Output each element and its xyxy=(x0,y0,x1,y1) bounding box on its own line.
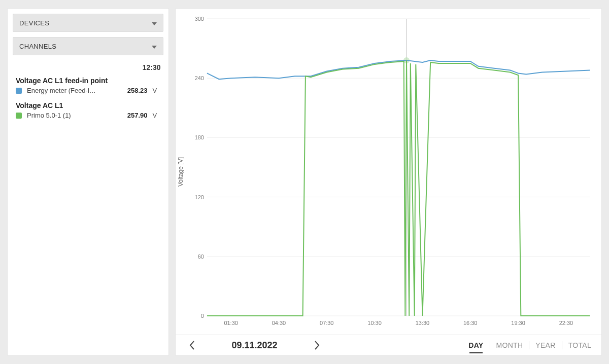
footer: 09.11.2022 DAY MONTH YEAR TOTAL xyxy=(176,335,601,355)
y-axis-label: Voltage [V] xyxy=(177,157,184,186)
svg-text:300: 300 xyxy=(195,16,204,22)
chevron-left-icon xyxy=(189,341,195,350)
devices-label: DEVICES xyxy=(19,19,49,27)
series-row: Primo 5.0-1 (1) 257.90 V xyxy=(16,112,160,119)
main-card: Voltage [V] 06012018024030001:3004:3007:… xyxy=(175,8,602,356)
caret-down-icon xyxy=(152,18,157,27)
svg-text:10:30: 10:30 xyxy=(368,320,382,326)
range-total[interactable]: TOTAL xyxy=(562,338,597,352)
svg-text:04:30: 04:30 xyxy=(272,320,286,326)
group-title: Voltage AC L1 xyxy=(16,101,160,110)
series-unit: V xyxy=(152,87,160,94)
svg-text:60: 60 xyxy=(198,253,204,260)
svg-text:16:30: 16:30 xyxy=(463,320,477,326)
series-unit: V xyxy=(152,112,160,119)
chart[interactable]: 06012018024030001:3004:3007:3010:3013:30… xyxy=(193,16,593,329)
range-day[interactable]: DAY xyxy=(462,338,489,352)
devices-collapse[interactable]: DEVICES xyxy=(13,14,163,32)
selected-time: 12:30 xyxy=(13,63,163,71)
svg-text:07:30: 07:30 xyxy=(320,320,334,326)
svg-text:19:30: 19:30 xyxy=(512,320,525,326)
range-year[interactable]: YEAR xyxy=(529,338,561,352)
series-swatch xyxy=(16,88,22,94)
svg-text:120: 120 xyxy=(195,194,204,200)
next-date-button[interactable] xyxy=(310,338,324,352)
series-row: Energy meter (Feed-i… 258.23 V xyxy=(16,87,160,94)
selected-date: 09.11.2022 xyxy=(213,340,295,351)
chevron-right-icon xyxy=(314,341,320,350)
series-value: 258.23 xyxy=(115,87,147,94)
svg-text:180: 180 xyxy=(195,134,204,140)
group-feed-in: Voltage AC L1 feed-in point Energy meter… xyxy=(13,77,163,94)
svg-text:22:30: 22:30 xyxy=(559,320,573,326)
svg-text:13:30: 13:30 xyxy=(416,320,429,326)
svg-text:0: 0 xyxy=(201,313,204,319)
svg-text:01:30: 01:30 xyxy=(224,320,238,326)
sidebar: DEVICES CHANNELS 12:30 Voltage AC L1 fee… xyxy=(7,8,169,356)
prev-date-button[interactable] xyxy=(185,338,199,352)
date-nav: 09.11.2022 xyxy=(181,338,324,352)
svg-text:240: 240 xyxy=(195,75,204,81)
chart-wrap: Voltage [V] 06012018024030001:3004:3007:… xyxy=(176,9,601,335)
series-value: 257.90 xyxy=(115,112,147,119)
range-month[interactable]: MONTH xyxy=(490,338,529,352)
group-title: Voltage AC L1 feed-in point xyxy=(16,77,160,85)
series-swatch xyxy=(16,113,22,119)
range-tabs: DAY MONTH YEAR TOTAL xyxy=(462,338,597,352)
group-l1: Voltage AC L1 Primo 5.0-1 (1) 257.90 V xyxy=(13,101,163,119)
series-name: Energy meter (Feed-i… xyxy=(27,87,110,94)
series-name: Primo 5.0-1 (1) xyxy=(27,112,110,119)
channels-collapse[interactable]: CHANNELS xyxy=(13,37,163,55)
channels-label: CHANNELS xyxy=(19,43,56,50)
caret-down-icon xyxy=(152,42,157,51)
